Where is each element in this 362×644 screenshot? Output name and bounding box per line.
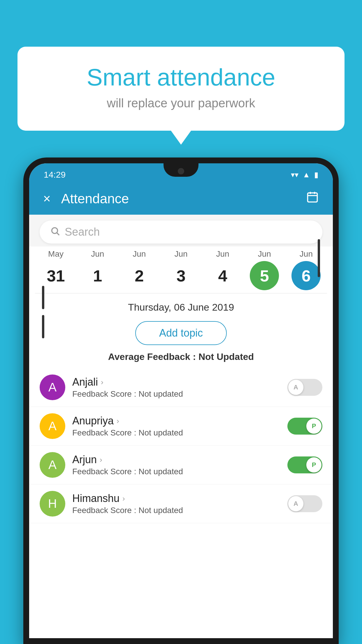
date-col[interactable]: Jun 2 <box>120 249 158 290</box>
wifi-icon: ▾▾ <box>291 170 298 179</box>
feedback-score: Feedback Score : Not updated <box>72 467 280 476</box>
feedback-score: Feedback Score : Not updated <box>72 389 280 399</box>
date-col[interactable]: Jun 5 <box>245 249 283 290</box>
student-list: A Anjali › Feedback Score : Not updated … <box>29 368 333 638</box>
search-icon <box>50 226 60 238</box>
list-item[interactable]: A Arjun › Feedback Score : Not updated P <box>29 446 333 484</box>
close-button[interactable]: × <box>43 192 51 205</box>
month-label: Jun <box>216 249 229 259</box>
date-col[interactable]: Jun 4 <box>204 249 242 290</box>
toggle-knob: P <box>306 419 321 434</box>
speech-bubble: Smart attendance will replace your paper… <box>17 47 345 131</box>
avg-feedback: Average Feedback : Not Updated <box>29 351 333 368</box>
list-item[interactable]: A Anupriya › Feedback Score : Not update… <box>29 407 333 446</box>
app-title: Attendance <box>61 191 306 206</box>
toggle-knob: P <box>306 457 321 473</box>
feedback-label: Feedback Score : <box>72 467 138 476</box>
bubble-subtitle: will replace your paperwork <box>41 96 321 110</box>
student-info: Anupriya › Feedback Score : Not updated <box>72 415 280 438</box>
search-bar: Search <box>29 215 333 246</box>
feedback-score: Feedback Score : Not updated <box>72 428 280 438</box>
speech-bubble-container: Smart attendance will replace your paper… <box>17 47 345 131</box>
selected-date: Thursday, 06 June 2019 <box>29 293 333 318</box>
status-icons: ▾▾ ▲ ▮ <box>291 170 318 179</box>
feedback-value: Not updated <box>138 506 183 515</box>
feedback-value: Not updated <box>138 389 183 398</box>
calendar-row: May 31 Jun 1 Jun 2 Jun 3 Jun 4 Jun 5 Jun… <box>29 246 333 293</box>
date-num[interactable]: 2 <box>125 261 154 290</box>
student-name: Arjun › <box>72 454 280 466</box>
vol-down-button <box>42 315 44 338</box>
svg-rect-0 <box>308 193 317 202</box>
avg-feedback-label: Average Feedback : <box>108 351 198 362</box>
attendance-toggle[interactable]: P <box>287 418 322 435</box>
month-label: May <box>48 249 64 259</box>
svg-point-4 <box>52 228 58 233</box>
avatar: H <box>40 491 65 517</box>
list-item[interactable]: A Anjali › Feedback Score : Not updated … <box>29 368 333 407</box>
toggle-knob: A <box>288 380 303 395</box>
list-item[interactable]: H Himanshu › Feedback Score : Not update… <box>29 484 333 523</box>
avatar: A <box>40 452 65 478</box>
month-label: Jun <box>300 249 313 259</box>
status-bar: 14:29 ▾▾ ▲ ▮ <box>29 163 333 183</box>
chevron-right-icon: › <box>117 416 119 426</box>
signal-icon: ▲ <box>303 170 310 179</box>
bubble-title: Smart attendance <box>41 64 321 90</box>
toggle-wrapper[interactable]: A <box>287 379 322 396</box>
month-label: Jun <box>133 249 146 259</box>
date-num[interactable]: 5 <box>250 261 279 290</box>
date-col[interactable]: Jun 3 <box>162 249 200 290</box>
camera-icon <box>178 168 184 174</box>
battery-icon: ▮ <box>314 170 318 179</box>
chevron-right-icon: › <box>122 494 125 503</box>
svg-line-5 <box>57 233 59 235</box>
date-col[interactable]: May 31 <box>37 249 75 290</box>
toggle-wrapper[interactable]: A <box>287 495 322 512</box>
avatar: A <box>40 413 65 439</box>
avg-feedback-value: Not Updated <box>198 351 254 362</box>
feedback-score: Feedback Score : Not updated <box>72 506 280 515</box>
power-button <box>318 239 320 277</box>
feedback-label: Feedback Score : <box>72 506 138 515</box>
date-num[interactable]: 6 <box>291 261 321 290</box>
student-name: Anjali › <box>72 376 280 388</box>
date-col[interactable]: Jun 1 <box>79 249 117 290</box>
toggle-wrapper[interactable]: P <box>287 418 322 435</box>
vol-up-button <box>42 286 44 309</box>
attendance-toggle[interactable]: P <box>287 456 322 473</box>
month-label: Jun <box>258 249 271 259</box>
month-label: Jun <box>91 249 104 259</box>
feedback-label: Feedback Score : <box>72 428 138 437</box>
date-num[interactable]: 3 <box>166 261 196 290</box>
app-header: × Attendance <box>29 183 333 215</box>
search-placeholder: Search <box>65 226 100 238</box>
student-name: Himanshu › <box>72 492 280 505</box>
chevron-right-icon: › <box>100 455 102 464</box>
feedback-label: Feedback Score : <box>72 389 138 398</box>
feedback-value: Not updated <box>138 467 183 476</box>
calendar-button[interactable] <box>306 191 319 206</box>
phone-screen: 14:29 ▾▾ ▲ ▮ × Attendance <box>29 163 333 638</box>
chevron-right-icon: › <box>101 378 103 387</box>
toggle-knob: A <box>288 496 303 511</box>
toggle-wrapper[interactable]: P <box>287 456 322 473</box>
add-topic-wrapper: Add topic <box>29 318 333 351</box>
status-time: 14:29 <box>44 170 66 180</box>
attendance-toggle[interactable]: A <box>287 379 322 396</box>
feedback-value: Not updated <box>138 428 183 437</box>
date-num[interactable]: 31 <box>41 261 71 290</box>
month-label: Jun <box>174 249 187 259</box>
student-info: Himanshu › Feedback Score : Not updated <box>72 492 280 515</box>
student-name: Anupriya › <box>72 415 280 427</box>
student-info: Anjali › Feedback Score : Not updated <box>72 376 280 399</box>
search-input-wrapper[interactable]: Search <box>40 220 322 244</box>
date-num[interactable]: 1 <box>83 261 112 290</box>
phone-frame: 14:29 ▾▾ ▲ ▮ × Attendance <box>23 158 339 644</box>
attendance-toggle[interactable]: A <box>287 495 322 512</box>
student-info: Arjun › Feedback Score : Not updated <box>72 454 280 476</box>
date-num[interactable]: 4 <box>208 261 237 290</box>
add-topic-button[interactable]: Add topic <box>135 321 227 345</box>
avatar: A <box>40 374 65 400</box>
notch <box>164 163 198 177</box>
